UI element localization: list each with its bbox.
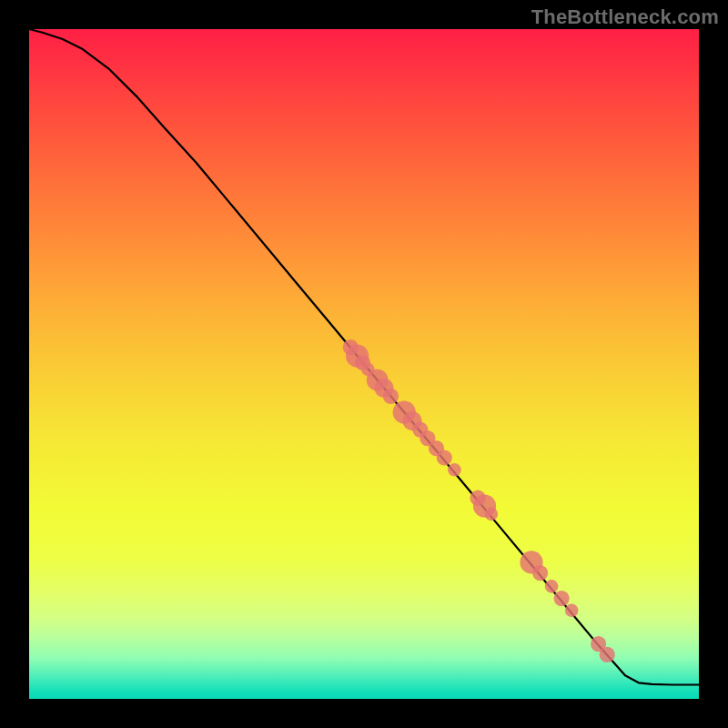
data-point — [554, 591, 570, 606]
data-point — [437, 450, 452, 465]
data-point — [383, 389, 399, 404]
data-point — [485, 508, 499, 521]
chart-svg — [29, 29, 699, 699]
data-point — [545, 580, 559, 593]
chart-stage: TheBottleneck.com — [0, 0, 728, 728]
data-point — [565, 604, 579, 618]
plot-area — [29, 29, 699, 699]
watermark-text: TheBottleneck.com — [531, 5, 719, 29]
data-point — [448, 463, 461, 477]
chart-markers — [343, 339, 615, 662]
data-point — [532, 565, 548, 581]
data-point — [600, 647, 615, 662]
